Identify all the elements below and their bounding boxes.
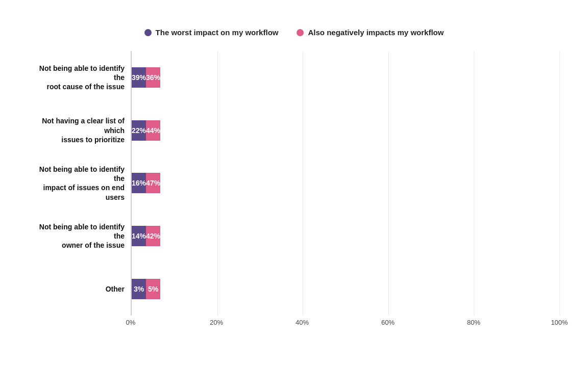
bar-purple-2: 16% xyxy=(132,173,146,193)
y-label-4: Other xyxy=(29,274,131,304)
x-tick-1: 20% xyxy=(210,319,223,326)
x-tick-4: 80% xyxy=(467,319,480,326)
bar-group-2: 16%47% xyxy=(132,173,160,193)
bar-pink-0: 36% xyxy=(146,67,160,88)
bar-purple-4: 3% xyxy=(132,279,146,299)
legend: The worst impact on my workflowAlso nega… xyxy=(29,28,559,37)
legend-label-worst: The worst impact on my workflow xyxy=(156,28,279,37)
x-tick-2: 40% xyxy=(296,319,309,326)
legend-dot-worst xyxy=(144,29,152,36)
bar-row-0: 39%36% xyxy=(132,62,559,93)
bar-group-0: 39%36% xyxy=(132,67,160,88)
x-tick-5: 100% xyxy=(551,319,568,326)
bar-purple-0: 39% xyxy=(132,67,146,88)
bar-group-4: 3%5% xyxy=(132,279,160,299)
bar-row-1: 22%44% xyxy=(132,115,559,146)
bar-purple-3: 14% xyxy=(132,226,146,246)
x-tick-3: 60% xyxy=(381,319,395,326)
y-axis: Not being able to identify theroot cause… xyxy=(29,51,131,336)
plot-area: 39%36%22%44%16%47%14%42%3%5% 0%20%40%60%… xyxy=(131,51,559,336)
bar-pink-1: 44% xyxy=(146,120,160,141)
legend-item-also: Also negatively impacts my workflow xyxy=(297,28,444,37)
x-tick-0: 0% xyxy=(126,319,136,326)
x-axis: 0%20%40%60%80%100% xyxy=(131,316,559,336)
bar-row-3: 14%42% xyxy=(132,221,559,251)
bar-purple-1: 22% xyxy=(132,120,146,141)
legend-label-also: Also negatively impacts my workflow xyxy=(308,28,444,37)
chart-body: Not being able to identify theroot cause… xyxy=(29,51,559,336)
bar-row-4: 3%5% xyxy=(132,274,559,304)
bar-pink-3: 42% xyxy=(146,226,160,246)
y-label-1: Not having a clear list of whichissues t… xyxy=(29,115,131,146)
bars-container: 39%36%22%44%16%47%14%42%3%5% xyxy=(131,51,559,316)
bar-row-2: 16%47% xyxy=(132,168,559,198)
bar-group-3: 14%42% xyxy=(132,226,160,246)
legend-item-worst: The worst impact on my workflow xyxy=(144,28,279,37)
bar-pink-4: 5% xyxy=(146,279,160,299)
bar-pink-2: 47% xyxy=(146,173,160,193)
chart-container: The worst impact on my workflowAlso nega… xyxy=(13,10,575,356)
y-label-0: Not being able to identify theroot cause… xyxy=(29,62,131,93)
bar-group-1: 22%44% xyxy=(132,120,160,141)
y-label-3: Not being able to identify theowner of t… xyxy=(29,221,131,251)
grid-line-5 xyxy=(559,51,560,316)
y-label-2: Not being able to identify theimpact of … xyxy=(29,168,131,198)
legend-dot-also xyxy=(297,29,304,36)
